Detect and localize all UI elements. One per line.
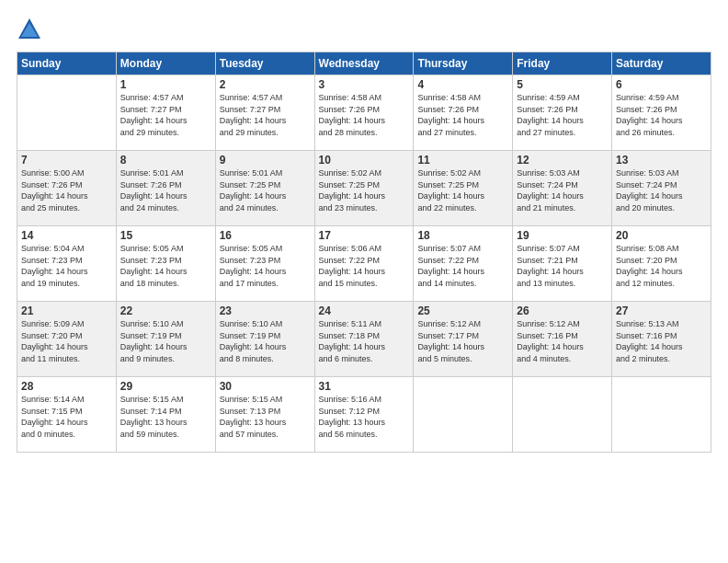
day-number: 21 bbox=[21, 304, 112, 317]
day-number: 18 bbox=[417, 229, 508, 242]
day-number: 20 bbox=[616, 229, 707, 242]
day-number: 16 bbox=[220, 229, 311, 242]
day-info: Sunrise: 5:01 AM Sunset: 7:25 PM Dayligh… bbox=[220, 167, 311, 213]
calendar-header-saturday: Saturday bbox=[612, 52, 711, 75]
calendar-week-row: 7Sunrise: 5:00 AM Sunset: 7:26 PM Daylig… bbox=[17, 151, 711, 226]
day-info: Sunrise: 5:02 AM Sunset: 7:25 PM Dayligh… bbox=[319, 167, 410, 213]
calendar-cell: 18Sunrise: 5:07 AM Sunset: 7:22 PM Dayli… bbox=[414, 226, 513, 302]
day-number: 4 bbox=[417, 78, 508, 91]
day-info: Sunrise: 5:13 AM Sunset: 7:16 PM Dayligh… bbox=[616, 318, 707, 364]
day-number: 14 bbox=[21, 229, 112, 242]
day-info: Sunrise: 5:07 AM Sunset: 7:21 PM Dayligh… bbox=[517, 243, 608, 289]
calendar-week-row: 1Sunrise: 4:57 AM Sunset: 7:27 PM Daylig… bbox=[17, 75, 711, 151]
day-number: 29 bbox=[120, 380, 211, 393]
calendar-cell: 2Sunrise: 4:57 AM Sunset: 7:27 PM Daylig… bbox=[215, 75, 314, 151]
calendar-cell: 21Sunrise: 5:09 AM Sunset: 7:20 PM Dayli… bbox=[17, 302, 117, 377]
day-number: 26 bbox=[517, 304, 608, 317]
calendar-cell: 1Sunrise: 4:57 AM Sunset: 7:27 PM Daylig… bbox=[116, 75, 215, 151]
day-number: 10 bbox=[319, 154, 410, 167]
calendar: SundayMondayTuesdayWednesdayThursdayFrid… bbox=[17, 52, 711, 453]
day-info: Sunrise: 5:14 AM Sunset: 7:15 PM Dayligh… bbox=[21, 394, 112, 440]
day-number: 30 bbox=[220, 380, 311, 393]
calendar-cell: 26Sunrise: 5:12 AM Sunset: 7:16 PM Dayli… bbox=[513, 302, 612, 377]
day-number: 9 bbox=[220, 154, 311, 167]
day-number: 7 bbox=[21, 154, 112, 167]
day-info: Sunrise: 5:15 AM Sunset: 7:13 PM Dayligh… bbox=[220, 394, 311, 440]
day-info: Sunrise: 5:04 AM Sunset: 7:23 PM Dayligh… bbox=[21, 243, 112, 289]
calendar-cell: 8Sunrise: 5:01 AM Sunset: 7:26 PM Daylig… bbox=[116, 151, 215, 226]
day-info: Sunrise: 5:11 AM Sunset: 7:18 PM Dayligh… bbox=[319, 318, 410, 364]
calendar-cell: 19Sunrise: 5:07 AM Sunset: 7:21 PM Dayli… bbox=[513, 226, 612, 302]
calendar-cell: 20Sunrise: 5:08 AM Sunset: 7:20 PM Dayli… bbox=[612, 226, 711, 302]
day-info: Sunrise: 5:08 AM Sunset: 7:20 PM Dayligh… bbox=[616, 243, 707, 289]
day-info: Sunrise: 5:01 AM Sunset: 7:26 PM Dayligh… bbox=[120, 167, 211, 213]
day-number: 12 bbox=[517, 154, 608, 167]
calendar-header-wednesday: Wednesday bbox=[314, 52, 414, 75]
day-info: Sunrise: 5:05 AM Sunset: 7:23 PM Dayligh… bbox=[220, 243, 311, 289]
day-info: Sunrise: 5:07 AM Sunset: 7:22 PM Dayligh… bbox=[417, 243, 508, 289]
day-number: 3 bbox=[319, 78, 410, 91]
day-info: Sunrise: 4:57 AM Sunset: 7:27 PM Dayligh… bbox=[220, 92, 311, 138]
day-info: Sunrise: 4:59 AM Sunset: 7:26 PM Dayligh… bbox=[616, 92, 707, 138]
calendar-cell: 5Sunrise: 4:59 AM Sunset: 7:26 PM Daylig… bbox=[513, 75, 612, 151]
logo-icon bbox=[17, 17, 42, 42]
day-number: 19 bbox=[517, 229, 608, 242]
day-info: Sunrise: 5:02 AM Sunset: 7:25 PM Dayligh… bbox=[417, 167, 508, 213]
day-info: Sunrise: 5:10 AM Sunset: 7:19 PM Dayligh… bbox=[220, 318, 311, 364]
day-info: Sunrise: 5:03 AM Sunset: 7:24 PM Dayligh… bbox=[616, 167, 707, 213]
day-info: Sunrise: 5:15 AM Sunset: 7:14 PM Dayligh… bbox=[120, 394, 211, 440]
day-info: Sunrise: 4:58 AM Sunset: 7:26 PM Dayligh… bbox=[417, 92, 508, 138]
day-info: Sunrise: 4:59 AM Sunset: 7:26 PM Dayligh… bbox=[517, 92, 608, 138]
calendar-cell: 17Sunrise: 5:06 AM Sunset: 7:22 PM Dayli… bbox=[314, 226, 414, 302]
day-info: Sunrise: 5:03 AM Sunset: 7:24 PM Dayligh… bbox=[517, 167, 608, 213]
day-info: Sunrise: 4:58 AM Sunset: 7:26 PM Dayligh… bbox=[319, 92, 410, 138]
day-info: Sunrise: 5:09 AM Sunset: 7:20 PM Dayligh… bbox=[21, 318, 112, 364]
day-info: Sunrise: 5:10 AM Sunset: 7:19 PM Dayligh… bbox=[120, 318, 211, 364]
calendar-cell: 3Sunrise: 4:58 AM Sunset: 7:26 PM Daylig… bbox=[314, 75, 414, 151]
day-number: 25 bbox=[417, 304, 508, 317]
calendar-cell: 6Sunrise: 4:59 AM Sunset: 7:26 PM Daylig… bbox=[612, 75, 711, 151]
day-number: 8 bbox=[120, 154, 211, 167]
calendar-cell bbox=[17, 75, 117, 151]
page: SundayMondayTuesdayWednesdayThursdayFrid… bbox=[0, 0, 728, 563]
calendar-cell: 7Sunrise: 5:00 AM Sunset: 7:26 PM Daylig… bbox=[17, 151, 117, 226]
calendar-cell: 12Sunrise: 5:03 AM Sunset: 7:24 PM Dayli… bbox=[513, 151, 612, 226]
calendar-cell: 10Sunrise: 5:02 AM Sunset: 7:25 PM Dayli… bbox=[314, 151, 414, 226]
day-number: 11 bbox=[417, 154, 508, 167]
day-number: 24 bbox=[319, 304, 410, 317]
day-number: 22 bbox=[120, 304, 211, 317]
calendar-cell: 13Sunrise: 5:03 AM Sunset: 7:24 PM Dayli… bbox=[612, 151, 711, 226]
calendar-cell: 15Sunrise: 5:05 AM Sunset: 7:23 PM Dayli… bbox=[116, 226, 215, 302]
day-number: 27 bbox=[616, 304, 707, 317]
day-info: Sunrise: 5:06 AM Sunset: 7:22 PM Dayligh… bbox=[319, 243, 410, 289]
calendar-cell bbox=[612, 377, 711, 453]
calendar-header-tuesday: Tuesday bbox=[215, 52, 314, 75]
calendar-cell: 24Sunrise: 5:11 AM Sunset: 7:18 PM Dayli… bbox=[314, 302, 414, 377]
calendar-week-row: 28Sunrise: 5:14 AM Sunset: 7:15 PM Dayli… bbox=[17, 377, 711, 453]
calendar-cell bbox=[414, 377, 513, 453]
calendar-cell: 22Sunrise: 5:10 AM Sunset: 7:19 PM Dayli… bbox=[116, 302, 215, 377]
calendar-header-monday: Monday bbox=[116, 52, 215, 75]
day-info: Sunrise: 5:12 AM Sunset: 7:16 PM Dayligh… bbox=[517, 318, 608, 364]
calendar-cell: 31Sunrise: 5:16 AM Sunset: 7:12 PM Dayli… bbox=[314, 377, 414, 453]
header bbox=[17, 17, 711, 42]
day-number: 6 bbox=[616, 78, 707, 91]
day-number: 31 bbox=[319, 380, 410, 393]
calendar-cell bbox=[513, 377, 612, 453]
calendar-cell: 9Sunrise: 5:01 AM Sunset: 7:25 PM Daylig… bbox=[215, 151, 314, 226]
calendar-cell: 29Sunrise: 5:15 AM Sunset: 7:14 PM Dayli… bbox=[116, 377, 215, 453]
calendar-cell: 16Sunrise: 5:05 AM Sunset: 7:23 PM Dayli… bbox=[215, 226, 314, 302]
calendar-header-sunday: Sunday bbox=[17, 52, 117, 75]
calendar-week-row: 21Sunrise: 5:09 AM Sunset: 7:20 PM Dayli… bbox=[17, 302, 711, 377]
day-info: Sunrise: 5:05 AM Sunset: 7:23 PM Dayligh… bbox=[120, 243, 211, 289]
day-info: Sunrise: 5:12 AM Sunset: 7:17 PM Dayligh… bbox=[417, 318, 508, 364]
day-number: 1 bbox=[120, 78, 211, 91]
day-info: Sunrise: 5:16 AM Sunset: 7:12 PM Dayligh… bbox=[319, 394, 410, 440]
logo bbox=[17, 17, 46, 42]
calendar-header-friday: Friday bbox=[513, 52, 612, 75]
calendar-cell: 28Sunrise: 5:14 AM Sunset: 7:15 PM Dayli… bbox=[17, 377, 117, 453]
calendar-header-thursday: Thursday bbox=[414, 52, 513, 75]
calendar-cell: 11Sunrise: 5:02 AM Sunset: 7:25 PM Dayli… bbox=[414, 151, 513, 226]
day-info: Sunrise: 5:00 AM Sunset: 7:26 PM Dayligh… bbox=[21, 167, 112, 213]
calendar-header-row: SundayMondayTuesdayWednesdayThursdayFrid… bbox=[17, 52, 711, 75]
